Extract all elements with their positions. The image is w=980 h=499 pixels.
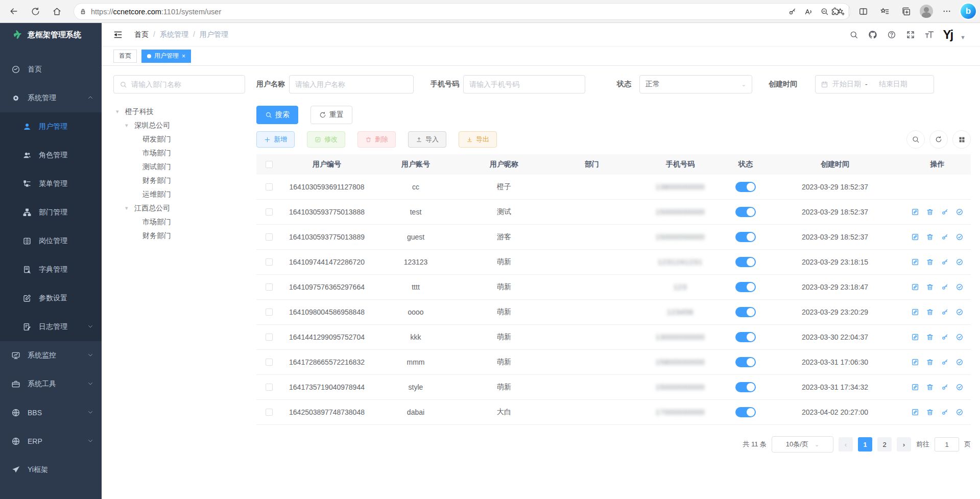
page-2-button[interactable]: 2 (877, 437, 892, 452)
collections-icon[interactable] (898, 4, 914, 19)
assign-role-icon[interactable] (955, 333, 964, 341)
tree-node[interactable]: ▾ 市场部门 (113, 146, 245, 160)
edit-icon[interactable] (911, 383, 919, 391)
delete-button[interactable]: 删除 (357, 131, 396, 148)
delete-icon[interactable] (926, 358, 934, 366)
assign-role-icon[interactable] (955, 258, 964, 266)
reset-password-icon[interactable] (941, 258, 949, 266)
assign-role-icon[interactable] (955, 233, 964, 241)
status-toggle[interactable] (735, 382, 756, 392)
reset-password-icon[interactable] (941, 308, 949, 316)
page-1-button[interactable]: 1 (858, 437, 872, 452)
reset-password-icon[interactable] (941, 358, 949, 366)
url-bar[interactable]: https://ccnetcore.com:1101/system/user (74, 4, 850, 19)
edit-icon[interactable] (911, 358, 919, 366)
row-checkbox[interactable] (266, 208, 273, 216)
search-button[interactable]: 搜索 (256, 106, 298, 124)
delete-icon[interactable] (926, 208, 934, 216)
tab-close-icon[interactable]: × (182, 53, 185, 60)
tree-node[interactable]: ▾ 财务部门 (113, 229, 245, 243)
tree-node[interactable]: ▾ 研发部门 (113, 132, 245, 146)
dept-search-input[interactable] (131, 80, 239, 88)
table-search-icon[interactable] (906, 130, 925, 149)
extensions-icon[interactable] (827, 4, 843, 19)
edit-icon[interactable] (911, 283, 919, 291)
assign-role-icon[interactable] (955, 408, 964, 416)
sidebar-item-users[interactable]: 用户管理 (0, 112, 102, 141)
breadcrumb-home[interactable]: 首页 (134, 30, 149, 39)
delete-icon[interactable] (926, 383, 934, 391)
row-checkbox[interactable] (266, 359, 273, 366)
row-checkbox[interactable] (266, 384, 273, 391)
tree-node[interactable]: ▾ 财务部门 (113, 174, 245, 187)
row-checkbox[interactable] (266, 308, 273, 316)
status-toggle[interactable] (735, 307, 756, 317)
row-checkbox[interactable] (266, 283, 273, 291)
status-toggle[interactable] (735, 282, 756, 292)
export-button[interactable]: 导出 (459, 131, 497, 148)
help-icon[interactable] (886, 29, 897, 40)
more-menu-icon[interactable] (939, 4, 954, 19)
tree-node[interactable]: ▾ 江西总公司 (113, 201, 245, 215)
tree-node[interactable]: ▾ 深圳总公司 (113, 118, 245, 132)
caret-down-icon[interactable]: ▾ (125, 205, 134, 211)
caret-down-icon[interactable]: ▾ (116, 108, 125, 115)
tree-node[interactable]: ▾ 运维部门 (113, 187, 245, 201)
back-icon[interactable] (6, 4, 21, 19)
sidebar-item-erp[interactable]: ERP (0, 427, 102, 456)
delete-icon[interactable] (926, 333, 934, 341)
status-select[interactable]: 正常 ⌄ (639, 75, 752, 93)
header-search-icon[interactable] (848, 29, 859, 40)
delete-icon[interactable] (926, 308, 934, 316)
edit-icon[interactable] (911, 233, 919, 241)
assign-role-icon[interactable] (955, 208, 964, 216)
favorites-icon[interactable] (877, 4, 892, 19)
assign-role-icon[interactable] (955, 283, 964, 291)
reset-password-icon[interactable] (941, 208, 949, 216)
sidebar-fold-icon[interactable] (113, 30, 123, 40)
assign-role-icon[interactable] (955, 358, 964, 366)
sidebar-item-tools[interactable]: 系统工具 (0, 370, 102, 398)
reset-password-icon[interactable] (941, 383, 949, 391)
sidebar-item-bbs[interactable]: BBS (0, 398, 102, 427)
sidebar-item-departments[interactable]: 部门管理 (0, 198, 102, 227)
sidebar-item-monitor[interactable]: 系统监控 (0, 341, 102, 370)
delete-icon[interactable] (926, 283, 934, 291)
row-checkbox[interactable] (266, 409, 273, 416)
sidebar-item-menus[interactable]: 菜单管理 (0, 170, 102, 198)
row-checkbox[interactable] (266, 334, 273, 341)
page-size-select[interactable]: 10条/页 ⌄ (772, 436, 833, 453)
sidebar-item-logs[interactable]: 日志管理 (0, 313, 102, 341)
sidebar-item-posts[interactable]: 岗位管理 (0, 227, 102, 255)
status-toggle[interactable] (735, 407, 756, 417)
sidebar-item-roles[interactable]: 角色管理 (0, 141, 102, 170)
assign-role-icon[interactable] (955, 308, 964, 316)
reset-password-icon[interactable] (941, 283, 949, 291)
status-toggle[interactable] (735, 357, 756, 367)
edit-icon[interactable] (911, 408, 919, 416)
split-screen-icon[interactable] (855, 4, 871, 19)
tab-user-management[interactable]: 用户管理 × (141, 50, 191, 63)
status-toggle[interactable] (735, 207, 756, 217)
reset-password-icon[interactable] (941, 408, 949, 416)
table-refresh-icon[interactable] (929, 130, 948, 149)
caret-down-icon[interactable]: ▾ (125, 122, 134, 129)
goto-page-input[interactable] (935, 437, 959, 452)
date-range-picker[interactable]: 开始日期 - 结束日期 (815, 75, 934, 93)
next-page-button[interactable]: › (897, 437, 911, 452)
row-checkbox[interactable] (266, 258, 273, 266)
reset-button[interactable]: 重置 (310, 106, 352, 124)
status-toggle[interactable] (735, 182, 756, 192)
edit-icon[interactable] (911, 333, 919, 341)
column-settings-icon[interactable] (952, 130, 971, 149)
add-button[interactable]: 新增 (256, 131, 295, 148)
github-icon[interactable] (867, 29, 878, 40)
row-checkbox[interactable] (266, 233, 273, 241)
tree-node[interactable]: ▾ 市场部门 (113, 215, 245, 229)
reset-password-icon[interactable] (941, 233, 949, 241)
status-toggle[interactable] (735, 232, 756, 242)
profile-avatar[interactable] (920, 5, 933, 18)
tree-node[interactable]: ▾ 测试部门 (113, 160, 245, 174)
delete-icon[interactable] (926, 258, 934, 266)
edit-icon[interactable] (911, 258, 919, 266)
